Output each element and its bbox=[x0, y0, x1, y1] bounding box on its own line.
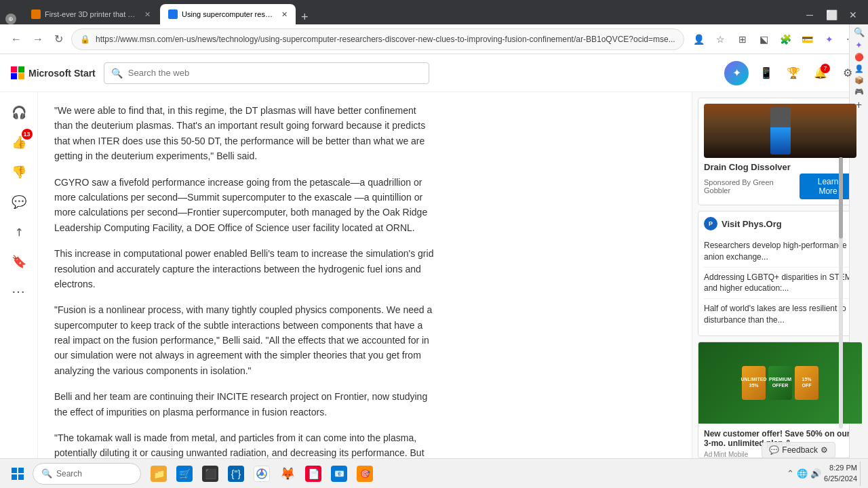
news-item-1-text: Researchers develop high-performance ani… bbox=[704, 240, 856, 263]
news-item-2[interactable]: Addressing LGBTQ+ disparities in STEM an… bbox=[704, 268, 856, 300]
thumbdown-icon: 👎 bbox=[12, 165, 26, 180]
mobile-icon[interactable]: 📱 bbox=[757, 64, 776, 83]
browser-sidebar-icon2[interactable]: 🔴 bbox=[854, 53, 864, 62]
headphone-icon: 🎧 bbox=[12, 105, 26, 120]
drain-pipe bbox=[770, 107, 791, 155]
vscode-icon: {"} bbox=[228, 466, 244, 482]
taskbar-app-outlook[interactable]: 📧 bbox=[327, 462, 351, 486]
tab-2[interactable]: Using supercomputer researche... ✕ bbox=[160, 4, 296, 24]
feedback-button[interactable]: 💬 Feedback ⚙ bbox=[762, 442, 835, 458]
save-icon[interactable]: 🔖 bbox=[7, 249, 31, 274]
profile-icon[interactable]: 👤 bbox=[690, 30, 709, 49]
collections-icon[interactable]: ⊞ bbox=[733, 30, 752, 49]
volume-icon[interactable]: 🔊 bbox=[810, 468, 821, 479]
taskbar-search[interactable]: 🔍 Search bbox=[33, 463, 141, 485]
news-item-1[interactable]: Researchers develop high-performance ani… bbox=[704, 236, 856, 268]
chrome-icon bbox=[254, 466, 270, 482]
back-button[interactable]: ← bbox=[8, 30, 24, 49]
new-tab-button[interactable]: + bbox=[297, 10, 313, 24]
copilot-nav-icon[interactable]: ✦ bbox=[820, 30, 839, 49]
browser-sidebar-plus[interactable]: + bbox=[856, 99, 862, 111]
sim-cards-container: UNLIMITED35% PREMIUMOFFER 15%OFF bbox=[742, 366, 818, 400]
sim-card-3-text: 15%OFF bbox=[802, 377, 811, 388]
ad-drain-cta[interactable]: Learn More bbox=[800, 174, 856, 199]
msn-search-input[interactable] bbox=[128, 68, 422, 78]
listen-icon[interactable]: 🎧 bbox=[7, 100, 31, 125]
show-desktop-button[interactable] bbox=[860, 462, 863, 486]
copilot-sidebar-icon[interactable]: ✦ bbox=[855, 40, 863, 50]
browser-sidebar-icon5[interactable]: 🎮 bbox=[854, 87, 864, 96]
taskbar-app-chrome[interactable] bbox=[250, 462, 274, 486]
copilot-icon: ✦ bbox=[732, 66, 741, 79]
acrobat-icon: 📄 bbox=[305, 466, 321, 482]
comment-icon[interactable]: 💬 bbox=[7, 190, 31, 214]
ad-mint-image: UNLIMITED35% PREMIUMOFFER 15%OFF bbox=[698, 342, 862, 424]
phys-org-icon: P bbox=[704, 217, 717, 230]
msn-logo[interactable]: Microsoft Start bbox=[11, 66, 96, 80]
start-button[interactable] bbox=[5, 462, 30, 486]
minimize-button[interactable]: ─ bbox=[800, 5, 819, 24]
news-item-3[interactable]: Half of world's lakes are less resilient… bbox=[704, 299, 856, 330]
notifications-icon[interactable]: 🔔 7 bbox=[811, 64, 830, 83]
browser-icon: ⊕ bbox=[5, 14, 16, 24]
taskbar-app-terminal[interactable]: ⬛ bbox=[198, 462, 222, 486]
browser-wallet-icon[interactable]: 💳 bbox=[798, 30, 817, 49]
scrollbar-track bbox=[839, 157, 843, 428]
msn-search-bar[interactable]: 🔍 bbox=[104, 62, 429, 84]
url-bar[interactable]: 🔒 https://www.msn.com/en-us/news/technol… bbox=[71, 28, 684, 50]
more-options-icon[interactable]: ⋯ bbox=[7, 279, 31, 304]
copilot-button[interactable]: ✦ bbox=[724, 61, 749, 85]
tab1-favicon bbox=[31, 9, 41, 19]
article-para-3: This increase in computational power ena… bbox=[54, 246, 434, 291]
article-para-5: Belli and her team are continuing their … bbox=[54, 389, 434, 420]
browser-chrome: ⊕ First-ever 3D printer that gulps p... … bbox=[0, 0, 868, 54]
taskbar-app-vscode[interactable]: {"} bbox=[224, 462, 248, 486]
forward-button[interactable]: → bbox=[30, 30, 46, 49]
nav-icons: 👤 ☆ ⊞ ⬕ 🧩 💳 ✦ ⋯ bbox=[690, 30, 861, 49]
ad-tag: Ad bbox=[704, 451, 712, 458]
msn-logo-text: Microsoft Start bbox=[28, 68, 96, 79]
taskbar-app-firefox[interactable]: 🦊 bbox=[275, 462, 300, 486]
tab2-close[interactable]: ✕ bbox=[281, 10, 288, 19]
outlook-icon: 📧 bbox=[331, 466, 347, 482]
rewards-icon[interactable]: 🏆 bbox=[784, 64, 803, 83]
taskbar-datetime[interactable]: 8:29 PM 6/25/2024 bbox=[824, 463, 857, 484]
search-sidebar-icon[interactable]: 🔍 bbox=[854, 27, 865, 37]
close-window-button[interactable]: ✕ bbox=[844, 5, 863, 24]
network-icon[interactable]: 🌐 bbox=[797, 468, 808, 479]
share-arrow-icon: ↗ bbox=[11, 224, 26, 240]
sim-card-3: 15%OFF bbox=[795, 366, 818, 400]
ad-drain-image bbox=[704, 104, 856, 158]
sim-card-1-text: UNLIMITED35% bbox=[741, 377, 766, 388]
msn-header-right: ✦ 📱 🏆 🔔 7 ⚙ bbox=[724, 61, 857, 85]
taskbar-time-text: 8:29 PM bbox=[824, 463, 857, 473]
extensions-icon[interactable]: 🧩 bbox=[776, 30, 795, 49]
like-icon[interactable]: 👍 13 bbox=[7, 130, 31, 155]
tab1-close[interactable]: ✕ bbox=[144, 10, 151, 19]
taskbar-search-icon: 🔍 bbox=[41, 468, 52, 479]
taskbar-app-extra[interactable]: 🎯 bbox=[353, 462, 377, 486]
taskbar-app-explorer[interactable]: 📁 bbox=[146, 462, 171, 486]
win-icon-br bbox=[18, 474, 24, 480]
favorites-icon[interactable]: ☆ bbox=[711, 30, 730, 49]
split-screen-icon[interactable]: ⬕ bbox=[755, 30, 774, 49]
drain-liquid bbox=[770, 127, 791, 155]
taskbar-app-acrobat[interactable]: 📄 bbox=[301, 462, 326, 486]
sim-card-1: UNLIMITED35% bbox=[742, 366, 766, 400]
refresh-button[interactable]: ↻ bbox=[52, 30, 66, 49]
notifications-badge: 7 bbox=[821, 64, 830, 73]
scrollbar[interactable] bbox=[838, 117, 844, 388]
feedback-label: Feedback bbox=[782, 445, 818, 455]
tab-1[interactable]: First-ever 3D printer that gulps p... ✕ bbox=[23, 4, 159, 24]
msn-logo-icon bbox=[11, 66, 24, 80]
taskbar-sys-icons[interactable]: ⌃ 🌐 🔊 bbox=[787, 468, 821, 479]
chevron-up-icon[interactable]: ⌃ bbox=[787, 468, 794, 479]
share-icon[interactable]: ↗ bbox=[7, 220, 31, 244]
news-item-3-text: Half of world's lakes are less resilient… bbox=[704, 303, 856, 326]
taskbar-app-store[interactable]: 🛒 bbox=[172, 462, 197, 486]
url-text: https://www.msn.com/en-us/news/technolog… bbox=[96, 35, 675, 44]
scrollbar-thumb[interactable] bbox=[839, 157, 843, 239]
dislike-icon[interactable]: 👎 bbox=[7, 160, 31, 184]
msn-settings-icon[interactable]: ⚙ bbox=[838, 64, 857, 83]
maximize-button[interactable]: ⬜ bbox=[822, 5, 841, 24]
